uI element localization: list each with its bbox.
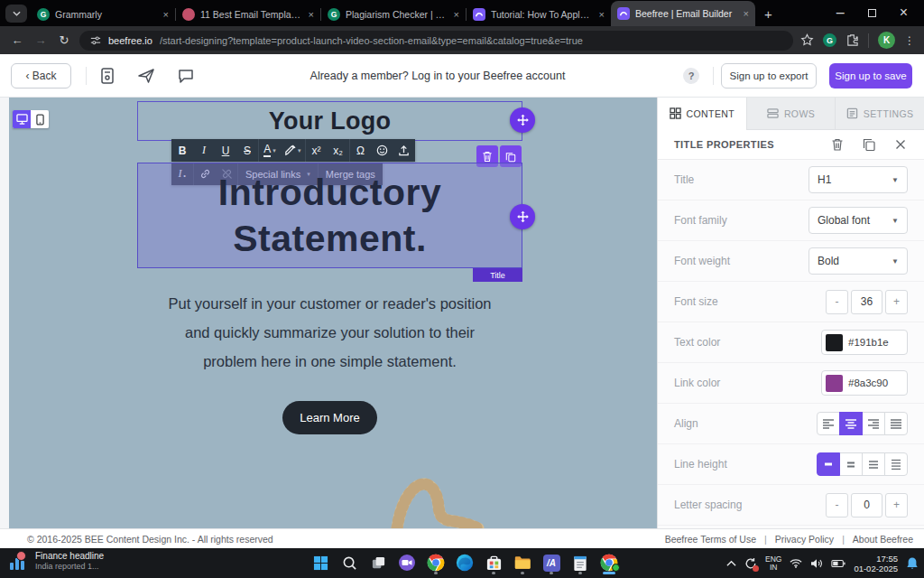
tab-rows[interactable]: ROWS [746,98,836,130]
tab-grammarly[interactable]: G Grammarly × [31,3,175,26]
chat-app-icon[interactable] [396,551,418,574]
language-indicator[interactable]: ENGIN [765,555,781,572]
reload-icon[interactable]: ↻ [56,33,72,47]
color-swatch[interactable] [826,375,843,392]
align-left-button[interactable] [817,412,840,435]
font-weight-select[interactable]: Bold▼ [808,247,908,275]
title-tag-select[interactable]: H1▼ [808,166,908,193]
chrome-active-icon[interactable] [598,551,620,574]
help-button[interactable]: ? [683,68,699,84]
close-icon[interactable]: × [309,9,314,20]
send-test-icon[interactable] [137,67,155,85]
line-height-4-button[interactable] [884,452,908,476]
mobile-preview-button[interactable] [31,110,49,128]
decrease-button[interactable]: - [826,290,848,314]
emoji-button[interactable] [372,139,393,162]
edge-icon[interactable] [454,551,476,574]
search-icon[interactable] [338,551,360,574]
font-family-select[interactable]: Global font▼ [808,207,908,234]
purple-app-icon[interactable]: /A [541,551,562,574]
line-height-1-button[interactable] [817,452,840,476]
tab-search-button[interactable] [5,5,27,23]
volume-icon[interactable] [810,558,823,569]
start-button[interactable] [310,551,331,574]
browser-menu-icon[interactable]: ⋮ [904,34,915,47]
terms-of-use-link[interactable]: Beefree Terms of Use [665,534,756,545]
export-text-icon[interactable] [393,139,415,162]
maximize-button[interactable] [868,9,876,17]
profile-avatar[interactable]: K [878,32,895,49]
new-tab-button[interactable]: + [764,6,772,22]
increase-button[interactable]: + [885,290,908,314]
close-icon[interactable]: × [599,9,605,20]
text-color-picker[interactable]: #191b1e [821,330,908,355]
delete-content-icon[interactable] [830,137,845,152]
color-swatch[interactable] [826,334,843,351]
highlight-color-button[interactable]: ▾ [281,139,305,162]
news-widget[interactable]: Finance headline India reported 1... [7,551,104,572]
about-beefree-link[interactable]: About Beefree [853,534,913,545]
tab-content[interactable]: CONTENT [658,98,746,130]
desktop-preview-button[interactable] [13,110,31,128]
sync-status-icon[interactable] [744,557,757,570]
tab-settings[interactable]: SETTINGS [835,98,924,130]
font-size-value[interactable]: 36 [851,290,882,314]
strikethrough-button[interactable]: S [236,139,258,162]
task-view-icon[interactable] [367,551,389,574]
letter-spacing-value[interactable]: 0 [851,493,882,517]
align-center-button[interactable] [839,412,863,435]
extensions-puzzle-icon[interactable] [845,33,859,47]
tab-tutorial[interactable]: Tutorial: How To Apply Modul × [467,3,611,26]
battery-icon[interactable] [831,559,845,568]
increase-button[interactable]: + [885,493,908,517]
close-icon[interactable]: × [163,9,169,20]
close-window-button[interactable]: × [900,5,908,21]
link-color-picker[interactable]: #8a3c90 [821,370,908,396]
chrome-icon[interactable] [425,551,447,574]
close-icon[interactable]: × [454,9,459,20]
sign-up-to-export-button[interactable]: Sign up to export [721,63,817,89]
tab-plagiarism-checker[interactable]: G Plagiarism Checker | Grammar × [321,3,466,26]
move-handle-icon[interactable] [510,107,535,133]
superscript-button[interactable]: x² [306,139,328,162]
member-login-text[interactable]: Already a member? Log in to your Beefree… [257,54,618,97]
align-right-button[interactable] [862,412,885,435]
wifi-icon[interactable] [790,558,802,568]
forward-nav-icon[interactable]: → [32,33,49,47]
preview-file-icon[interactable] [98,67,116,85]
sign-up-to-save-button[interactable]: Sign up to save [829,63,912,89]
learn-more-button[interactable]: Learn More [282,401,377,434]
grammarly-extension-icon[interactable]: G [823,33,836,47]
microsoft-store-icon[interactable] [483,551,504,574]
subscript-button[interactable]: x₂ [328,139,349,162]
decrease-button[interactable]: - [826,493,848,517]
notification-bell-icon[interactable] [906,556,919,570]
back-nav-icon[interactable]: ← [9,33,25,47]
hidden-icons-chevron[interactable] [726,560,736,567]
url-field[interactable]: beefree.io/start-designing?template=prod… [79,31,793,51]
clock[interactable]: 17:55 01-02-2025 [854,554,898,573]
bold-button[interactable]: B [171,139,193,162]
font-color-button[interactable]: A▾ [259,139,281,162]
paragraph-block[interactable]: Put yourself in your customer or reader'… [137,289,522,376]
italic-button[interactable]: I [193,139,215,162]
privacy-policy-link[interactable]: Privacy Policy [775,534,834,545]
tab-beefree-active[interactable]: Beefree | Email Builder × [611,1,755,26]
move-handle-icon[interactable] [510,204,535,229]
comments-icon[interactable] [177,67,195,85]
close-icon[interactable]: × [744,8,749,19]
logo-text-block[interactable]: Your Logo [137,101,522,141]
line-height-2-button[interactable] [839,452,863,476]
align-justify-button[interactable] [884,412,908,435]
bookmark-star-icon[interactable] [800,33,814,47]
special-character-button[interactable]: Ω [350,139,372,162]
back-button[interactable]: ‹ Back [11,63,71,89]
duplicate-content-icon[interactable] [862,137,876,152]
notepad-icon[interactable] [569,551,591,574]
file-explorer-icon[interactable] [512,551,533,574]
title-block-selected[interactable]: Introductory Statement. [137,163,522,268]
tab-email-template-article[interactable]: 11 Best Email Template Builde × [176,3,320,26]
close-panel-icon[interactable] [893,137,908,152]
minimize-button[interactable]: – [836,5,845,21]
line-height-3-button[interactable] [862,452,885,476]
